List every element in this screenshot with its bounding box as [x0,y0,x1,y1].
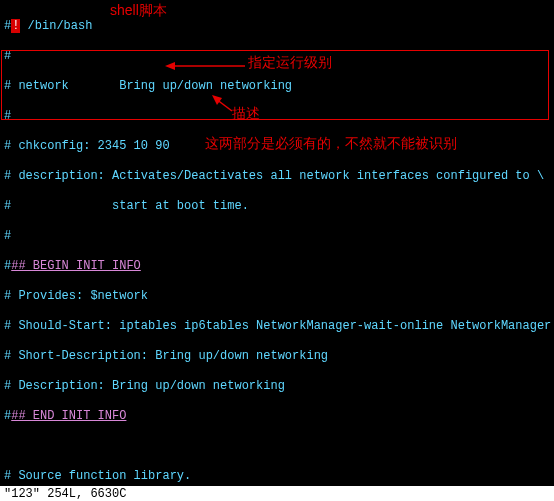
provides-line: # Provides: $network [4,289,148,303]
annotation-runlevel: 指定运行级别 [248,55,332,70]
description-line: # Description: Bring up/down networking [4,379,285,393]
comment-line: # [4,229,11,243]
comment-line: # Source function library. [4,469,191,483]
code-block: #! /bin/bash # # network Bring up/down n… [0,0,554,501]
blank-line [4,439,554,454]
comment-line: # [4,49,11,63]
shebang-path: /bin/bash [20,19,92,33]
vim-status-line: "123" 254L, 6630C [0,486,554,501]
comment-line: # network Bring up/down networking [4,79,292,93]
chkconfig-line: # chkconfig: 2345 10 90 [4,139,170,153]
should-start-line: # Should-Start: iptables ip6tables Netwo… [4,319,551,333]
description-line: # description: Activates/Deactivates all… [4,169,544,183]
description-cont: # start at boot time. [4,199,249,213]
annotation-required: 这两部分是必须有的，不然就不能被识别 [205,136,457,151]
annotation-shell-script: shell脚本 [110,3,167,18]
comment-line: # [4,109,11,123]
short-description-line: # Short-Description: Bring up/down netwo… [4,349,328,363]
annotation-description: 描述 [232,106,260,121]
end-init-info: ## END INIT INFO [11,409,126,423]
begin-init-info: ## BEGIN INIT INFO [11,259,141,273]
